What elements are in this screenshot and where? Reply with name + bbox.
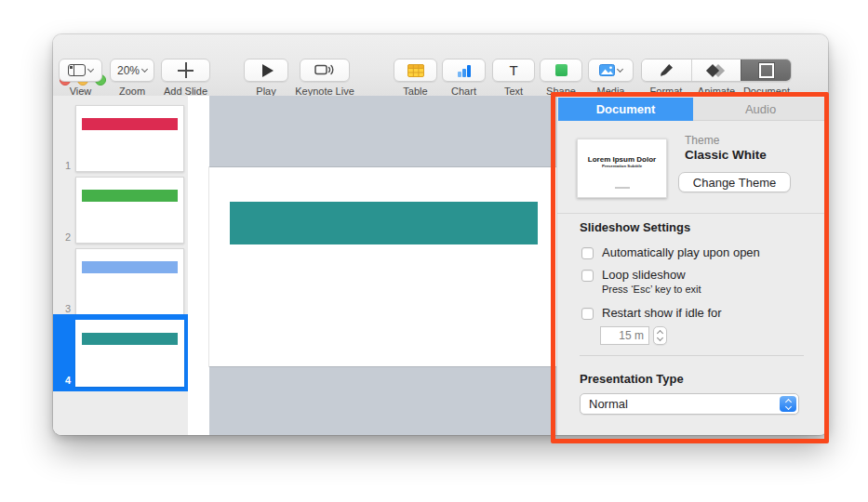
- change-theme-button[interactable]: Change Theme: [678, 172, 791, 192]
- slide-thumbnail-row-1: 1: [53, 103, 188, 175]
- keynote-live-group: Keynote Live: [300, 59, 350, 97]
- loop-slideshow-note: Press ‘Esc’ key to exit: [602, 284, 701, 295]
- theme-thumbnail: Lorem Ipsum Dolor Presentation Subtitle: [577, 139, 667, 198]
- theme-name: Classic White: [685, 148, 767, 162]
- chevron-down-icon: [87, 66, 94, 73]
- chevron-down-icon: [141, 66, 148, 73]
- animate-button[interactable]: [691, 59, 741, 81]
- section-divider: [557, 213, 828, 214]
- green-square-icon: [555, 64, 568, 76]
- format-button[interactable]: [642, 59, 691, 81]
- keynote-live-button[interactable]: [300, 59, 350, 82]
- presentation-type-dropdown[interactable]: Normal: [580, 393, 799, 415]
- view-button[interactable]: [59, 59, 102, 82]
- play-group: Play: [244, 59, 288, 97]
- dropdown-stepper-icon: [780, 396, 796, 412]
- paintbrush-icon: [659, 63, 674, 78]
- document-button[interactable]: [741, 59, 791, 81]
- view-panels-icon: [68, 64, 86, 76]
- inspector-segmented-control: [641, 59, 792, 82]
- bar-chart-icon: [457, 64, 472, 77]
- slide-teal-bar-shape[interactable]: [230, 202, 538, 244]
- slide-bar-shape: [82, 118, 178, 130]
- zoom-button[interactable]: 20%: [110, 59, 154, 82]
- table-group: Table: [394, 59, 437, 97]
- keynote-window: View 20% Zoom Add Slide Play: [53, 34, 828, 435]
- idle-time-field[interactable]: 15 m: [600, 326, 649, 345]
- restart-idle-label: Restart show if idle for: [602, 306, 722, 320]
- slide-number: 1: [53, 160, 71, 171]
- text-button[interactable]: T: [492, 59, 535, 82]
- slideshow-settings-heading: Slideshow Settings: [580, 220, 690, 234]
- slide-thumbnail-row-4-selected: 4: [53, 314, 188, 391]
- restart-idle-checkbox[interactable]: [581, 308, 594, 320]
- diamonds-icon: [705, 63, 728, 78]
- slide-thumbnail-row-3: 3: [53, 246, 188, 318]
- tab-document[interactable]: Document: [558, 98, 693, 121]
- view-button-group: View: [59, 59, 102, 97]
- slide-bar-shape: [82, 333, 178, 345]
- letter-t-icon: T: [509, 62, 517, 78]
- slide-thumbnail-2[interactable]: [75, 177, 184, 244]
- text-group: T Text: [492, 59, 535, 97]
- slide-number: 3: [53, 303, 71, 314]
- screenshot-page: View 20% Zoom Add Slide Play: [0, 0, 868, 502]
- tab-audio[interactable]: Audio: [693, 98, 828, 121]
- play-button[interactable]: [244, 59, 288, 82]
- main-area: 1 2 3 4: [53, 96, 828, 435]
- slide-thumbnail-row-2: 2: [53, 175, 188, 246]
- chart-group: Chart: [442, 59, 486, 97]
- presentation-type-heading: Presentation Type: [580, 372, 684, 386]
- slide-bar-shape: [82, 261, 178, 273]
- slide-bar-shape: [82, 190, 178, 202]
- auto-play-label: Automatically play upon open: [602, 245, 760, 259]
- chevron-down-icon: [617, 66, 623, 73]
- stepper-down-icon: [657, 335, 663, 341]
- theme-thumbnail-footer-line: [615, 187, 630, 189]
- slide-thumbnail-3[interactable]: [75, 248, 184, 315]
- shape-button[interactable]: [540, 59, 582, 82]
- display-broadcast-icon: [314, 63, 335, 77]
- slide-thumbnail-1[interactable]: [75, 105, 184, 172]
- slide-number: 4: [53, 375, 71, 386]
- theme-thumbnail-subtitle: Presentation Subtitle: [590, 165, 653, 168]
- slide-thumbnail-4[interactable]: [75, 320, 184, 387]
- loop-slideshow-checkbox[interactable]: [581, 270, 594, 282]
- slide-number: 2: [53, 231, 71, 243]
- add-slide-group: Add Slide: [161, 59, 210, 97]
- add-slide-button[interactable]: [161, 59, 210, 82]
- table-icon: [407, 64, 424, 77]
- inspector-segment-group: Format Animate Document: [641, 59, 792, 97]
- loop-slideshow-label: Loop slideshow: [602, 268, 686, 282]
- media-group: Media: [588, 59, 634, 97]
- idle-time-stepper[interactable]: [653, 326, 667, 345]
- theme-thumbnail-title: Lorem Ipsum Dolor: [578, 155, 666, 164]
- slide-navigator: 1 2 3 4: [53, 96, 188, 435]
- section-divider: [580, 355, 804, 356]
- chart-button[interactable]: [442, 59, 486, 82]
- media-button[interactable]: [588, 59, 634, 82]
- inspector-tabs: Document Audio: [558, 98, 828, 121]
- zoom-button-group: 20% Zoom: [110, 59, 154, 97]
- photo-icon: [599, 64, 615, 76]
- theme-label: Theme: [685, 134, 719, 147]
- document-square-icon: [759, 63, 774, 78]
- presentation-type-value: Normal: [589, 397, 628, 411]
- zoom-value: 20%: [117, 64, 140, 77]
- auto-play-checkbox[interactable]: [581, 247, 594, 259]
- play-icon: [262, 64, 274, 77]
- navigator-canvas-gutter: [188, 96, 209, 435]
- document-inspector-panel: Document Audio Lorem Ipsum Dolor Present…: [556, 96, 828, 435]
- plus-icon: [178, 62, 194, 78]
- table-button[interactable]: [394, 59, 437, 82]
- shape-group: Shape: [540, 59, 582, 97]
- window-chrome: View 20% Zoom Add Slide Play: [53, 34, 828, 97]
